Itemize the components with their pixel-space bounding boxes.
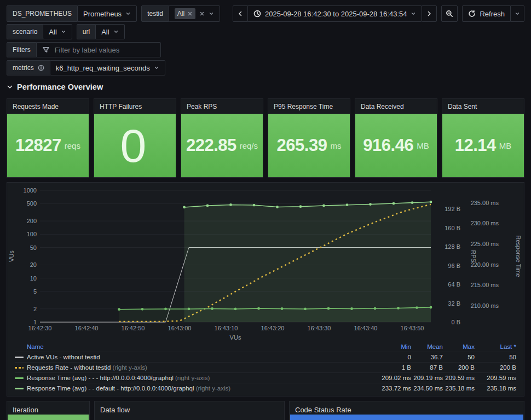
svg-text:16:43:20: 16:43:20 [261, 325, 285, 331]
iteration-gauge-bar [8, 415, 89, 420]
legend-series-name[interactable]: Requests Rate - without testid (right y-… [27, 364, 379, 371]
panel-title[interactable]: Iteration [7, 401, 89, 414]
chevron-down-icon [411, 11, 416, 16]
toolbar-row-1: DS_PROMETHEUS Prometheus testid All [7, 5, 524, 22]
filters-input[interactable] [54, 45, 155, 55]
legend-min: 0 [379, 354, 411, 360]
svg-text:VUs: VUs [230, 334, 241, 341]
chevron-down-icon [209, 11, 214, 16]
refresh-interval-dropdown[interactable] [510, 5, 524, 22]
testid-picker[interactable]: All [169, 5, 220, 22]
time-shift-forward-button[interactable] [422, 5, 437, 22]
chevron-down-icon [125, 11, 131, 16]
svg-text:0 B: 0 B [451, 319, 460, 325]
legend-header-last[interactable]: Last * [475, 343, 516, 350]
info-icon [38, 65, 44, 71]
chevron-down-icon [7, 84, 13, 90]
datasource-picker[interactable]: Prometheus [77, 5, 137, 22]
zoom-out-button[interactable] [441, 5, 458, 22]
stat-value: 222.85req/s [181, 114, 263, 177]
legend-header-max[interactable]: Max [443, 343, 475, 350]
chevron-down-icon [515, 11, 520, 16]
refresh-button[interactable]: Refresh [462, 5, 511, 22]
url-picker[interactable]: All [95, 24, 124, 39]
legend-row: Requests Rate - without testid (right y-… [15, 362, 516, 372]
svg-text:210.00 ms: 210.00 ms [471, 302, 499, 309]
grafana-dashboard: DS_PROMETHEUS Prometheus testid All [0, 0, 531, 420]
time-range-button[interactable]: 2025-09-28 16:42:30 to 2025-09-28 16:43:… [247, 5, 423, 22]
stat-panel: HTTP Failures0 [94, 98, 176, 178]
svg-text:16:43:50: 16:43:50 [401, 325, 424, 331]
stat-unit: MB [499, 141, 512, 150]
refresh-group: Refresh [462, 5, 524, 22]
series-color-icon [15, 367, 24, 369]
svg-text:100: 100 [27, 231, 37, 237]
panel-title[interactable]: Data flow [95, 401, 284, 414]
close-icon[interactable] [199, 11, 205, 16]
stat-value: 916.46MB [355, 114, 437, 177]
svg-text:16:42:30: 16:42:30 [28, 325, 52, 331]
scenario-variable: scenario All [7, 24, 72, 39]
legend-mean: 234.50 ms [411, 385, 443, 392]
testid-label: testid [141, 5, 169, 22]
svg-text:Response Time: Response Time [515, 235, 522, 277]
svg-text:16:42:40: 16:42:40 [75, 325, 99, 331]
svg-text:192 B: 192 B [445, 206, 460, 212]
stat-unit: MB [417, 141, 429, 150]
stat-number: 0 [120, 119, 147, 173]
stat-number: 916.46 [363, 136, 413, 155]
legend-min: 1 B [379, 364, 411, 371]
stat-panel-title[interactable]: Requests Made [7, 99, 89, 114]
stat-unit: reqs [65, 141, 80, 150]
legend-min: 209.02 ms [379, 375, 411, 381]
stat-unit: req/s [240, 141, 258, 150]
filters-input-wrap [36, 42, 161, 57]
series-color-icon [15, 388, 24, 389]
svg-text:RPS: RPS [470, 250, 477, 262]
legend-series-name[interactable]: Active VUs - without testid [27, 354, 379, 360]
metrics-variable: metrics k6_http_req_waiting_seconds [7, 60, 165, 75]
stat-value: 265.39ms [268, 114, 350, 177]
stat-panel-title[interactable]: Data Received [355, 99, 437, 114]
toolbar-row-2: scenario All url All [7, 24, 524, 39]
stat-number: 265.39 [277, 136, 327, 155]
legend-mean: 36.7 [411, 354, 443, 360]
legend-series-name[interactable]: Response Time (avg) - - - http://0.0.0.0… [27, 375, 379, 381]
time-shift-back-button[interactable] [233, 5, 248, 22]
legend-header-mean[interactable]: Mean [411, 343, 443, 350]
time-controls: 2025-09-28 16:42:30 to 2025-09-28 16:43:… [233, 5, 524, 22]
stat-panel-title[interactable]: HTTP Failures [94, 99, 176, 114]
svg-text:10: 10 [30, 275, 37, 282]
panel-iteration: Iteration [7, 401, 90, 420]
legend-header-min[interactable]: Min [379, 343, 411, 350]
svg-text:160 B: 160 B [445, 225, 460, 231]
metrics-picker[interactable]: k6_http_req_waiting_seconds [50, 60, 165, 75]
svg-text:64 B: 64 B [448, 281, 460, 288]
testid-chip[interactable]: All [175, 8, 195, 19]
panel-title[interactable]: Code Status Rate [290, 401, 524, 414]
svg-text:128 B: 128 B [445, 243, 460, 250]
stat-panel-title[interactable]: P95 Response Time [268, 99, 350, 114]
section-performance-overview[interactable]: Performance Overview [7, 83, 103, 91]
svg-text:16:42:50: 16:42:50 [122, 325, 145, 331]
legend-last: 50 [475, 354, 516, 360]
svg-text:5: 5 [33, 288, 37, 295]
stat-number: 222.85 [186, 136, 236, 155]
legend-header-name[interactable]: Name [27, 343, 379, 350]
stat-panel-title[interactable]: Data Sent [442, 99, 524, 114]
chevron-down-icon [113, 29, 119, 34]
stat-panel-title[interactable]: Peak RPS [181, 99, 263, 114]
svg-text:225.00 ms: 225.00 ms [471, 241, 499, 247]
close-icon[interactable] [187, 11, 193, 16]
legend-axis-note: (right y-axis) [113, 364, 147, 371]
legend-max: 235.18 ms [443, 385, 475, 392]
legend-axis-note: (right y-axis) [196, 385, 230, 392]
svg-text:215.00 ms: 215.00 ms [471, 282, 499, 288]
stat-unit: ms [330, 141, 341, 150]
svg-text:16:43:30: 16:43:30 [308, 325, 331, 331]
stat-panel: Peak RPS222.85req/s [181, 98, 263, 178]
chart-legend: NameMinMeanMaxLast * Active VUs - withou… [15, 341, 516, 393]
scenario-picker[interactable]: All [43, 24, 72, 39]
legend-series-name[interactable]: Response Time (avg) - - default - http:/… [27, 385, 379, 392]
svg-text:16:43:00: 16:43:00 [168, 325, 192, 331]
